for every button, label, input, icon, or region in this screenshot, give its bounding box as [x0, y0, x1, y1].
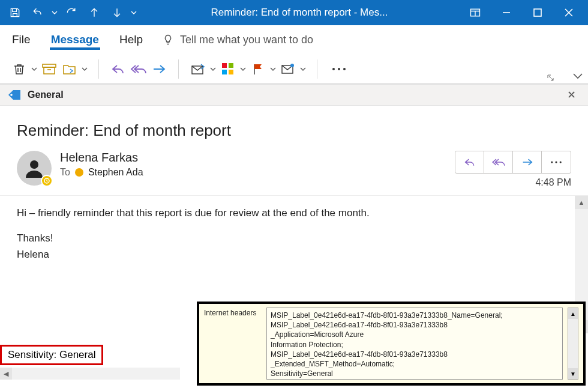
- svg-rect-8: [229, 70, 233, 74]
- headers-scrollbar[interactable]: ▲ ▼: [568, 308, 578, 380]
- svg-rect-7: [222, 70, 227, 74]
- svg-rect-5: [222, 63, 227, 68]
- message-time: 4:48 PM: [455, 177, 571, 188]
- move-icon[interactable]: [60, 59, 79, 79]
- header-actions: [455, 151, 571, 174]
- title-bar: Reminder: End of month report - Mes...: [0, 0, 588, 25]
- tell-me-placeholder: Tell me what you want to do: [180, 34, 313, 46]
- headers-scroll-up[interactable]: ▲: [568, 308, 578, 319]
- ribbon: [0, 54, 588, 84]
- minimize-button[interactable]: [491, 0, 522, 25]
- scroll-left-icon[interactable]: ◀: [0, 368, 12, 380]
- close-button[interactable]: [553, 0, 584, 25]
- ribbon-sep-3: [317, 59, 317, 79]
- flag-icon[interactable]: [248, 59, 268, 79]
- sender-name: Helena Farkas: [60, 151, 446, 165]
- collapse-ribbon-icon[interactable]: [572, 71, 583, 82]
- to-label: To: [60, 167, 70, 178]
- tab-help[interactable]: Help: [118, 29, 144, 50]
- delete-icon[interactable]: [10, 59, 29, 79]
- tag-icon: [7, 89, 22, 101]
- avatar[interactable]: [17, 151, 52, 186]
- sensitivity-close-button[interactable]: ✕: [562, 86, 581, 104]
- tab-message[interactable]: Message: [50, 29, 100, 50]
- flag-caret[interactable]: [269, 59, 277, 79]
- body-signature: Helena: [17, 247, 564, 262]
- svg-point-11: [332, 68, 335, 70]
- headers-scroll-down[interactable]: ▼: [568, 368, 578, 379]
- message-body: Hi – friendly reminder that this report …: [0, 196, 588, 277]
- svg-point-18: [555, 161, 557, 163]
- svg-point-15: [30, 160, 38, 169]
- dialog-launcher-icon[interactable]: [547, 73, 556, 82]
- next-item-icon[interactable]: [106, 0, 128, 25]
- internet-headers-text[interactable]: MSIP_Label_0e421e6d-ea17-4fdb-8f01-93a3e…: [266, 308, 563, 380]
- share-caret[interactable]: [209, 59, 217, 79]
- bulb-icon: [162, 34, 174, 46]
- svg-point-10: [290, 64, 294, 67]
- svg-point-17: [551, 161, 553, 163]
- person-icon: [23, 157, 45, 179]
- menu-bar: File Message Help Tell me what you want …: [0, 25, 588, 54]
- forward-icon[interactable]: [149, 59, 169, 79]
- maximize-button[interactable]: [522, 0, 553, 25]
- ribbon-sep-1: [98, 59, 99, 79]
- svg-point-19: [560, 161, 562, 163]
- scroll-up-icon[interactable]: ▲: [575, 196, 588, 209]
- hdr-reply-all-button[interactable]: [484, 151, 513, 173]
- archive-icon[interactable]: [40, 59, 59, 79]
- svg-rect-3: [44, 67, 55, 74]
- tell-me-search[interactable]: Tell me what you want to do: [162, 34, 313, 46]
- body-line: Hi – friendly reminder that this report …: [17, 205, 564, 221]
- to-line: To Stephen Ada: [60, 167, 446, 178]
- apps-caret[interactable]: [239, 59, 247, 79]
- save-icon[interactable]: [4, 0, 26, 25]
- reply-icon[interactable]: [109, 59, 128, 79]
- message-header: Helena Farkas To Stephen Ada 4:48 PM: [17, 151, 571, 188]
- qat-customize-caret[interactable]: [128, 10, 139, 16]
- undo-icon[interactable]: [26, 0, 49, 25]
- svg-rect-6: [229, 63, 233, 68]
- sensitivity-label: General: [28, 89, 64, 100]
- mark-unread-icon[interactable]: [278, 59, 298, 79]
- presence-badge: [41, 175, 53, 187]
- hdr-reply-button[interactable]: [455, 151, 484, 173]
- reply-all-icon[interactable]: [129, 59, 148, 79]
- svg-rect-1: [534, 9, 541, 16]
- delete-caret[interactable]: [30, 59, 38, 79]
- popout-icon[interactable]: [460, 0, 491, 25]
- mark-caret[interactable]: [299, 59, 307, 79]
- apps-icon[interactable]: [218, 59, 238, 79]
- recipient-presence-icon: [75, 168, 83, 177]
- message-pane: Reminder: End of month report Helena Far…: [0, 106, 588, 195]
- sensitivity-footer-highlight: Sensitivity: General: [0, 345, 103, 365]
- sensitivity-bar: General ✕: [0, 84, 588, 106]
- prev-item-icon[interactable]: [83, 0, 106, 25]
- internet-headers-pane: Internet headers MSIP_Label_0e421e6d-ea1…: [197, 302, 586, 386]
- ribbon-sep-2: [178, 59, 179, 79]
- hdr-forward-button[interactable]: [513, 151, 542, 173]
- move-caret[interactable]: [80, 59, 89, 79]
- redo-icon[interactable]: [60, 0, 83, 25]
- svg-point-12: [338, 68, 340, 70]
- horizontal-scrollbar[interactable]: ◀: [0, 368, 180, 380]
- undo-caret[interactable]: [49, 10, 60, 16]
- svg-point-14: [10, 94, 13, 96]
- body-thanks: Thanks!: [17, 231, 564, 246]
- tab-file[interactable]: File: [11, 29, 32, 50]
- share-icon[interactable]: [188, 59, 208, 79]
- message-subject: Reminder: End of month report: [17, 121, 571, 140]
- headers-scroll-track[interactable]: [568, 319, 578, 368]
- more-commands-icon[interactable]: [327, 59, 351, 79]
- svg-point-13: [343, 68, 346, 70]
- recipient-name: Stephen Ada: [88, 167, 143, 178]
- hdr-more-button[interactable]: [542, 151, 571, 173]
- internet-headers-label: Internet headers: [204, 308, 262, 380]
- window-title: Reminder: End of month report - Mes...: [139, 7, 460, 19]
